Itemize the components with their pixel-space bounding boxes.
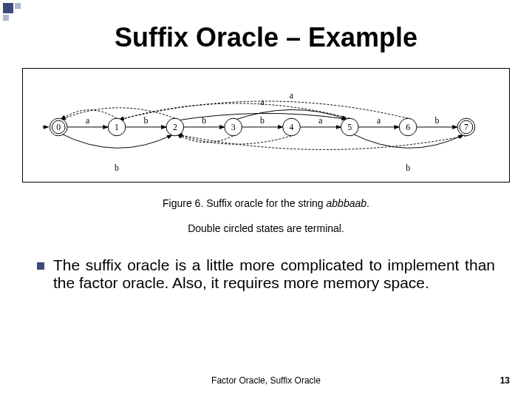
svg-text:a: a — [290, 90, 294, 100]
svg-text:5: 5 — [347, 122, 352, 132]
svg-text:b: b — [115, 163, 119, 173]
footer-text: Factor Oracle, Suffix Oracle — [0, 375, 532, 386]
svg-text:3: 3 — [231, 122, 236, 132]
oracle-diagram: abbbaabaabb01234567 — [22, 68, 510, 183]
figure-caption: Figure 6. Suffix oracle for the string a… — [0, 197, 532, 209]
bullet-icon — [37, 262, 44, 270]
page-number: 13 — [500, 375, 510, 386]
svg-text:6: 6 — [406, 122, 410, 132]
svg-text:4: 4 — [290, 122, 294, 132]
svg-text:a: a — [377, 115, 381, 126]
slide-title: Suffix Oracle – Example — [0, 22, 532, 53]
svg-text:b: b — [435, 115, 440, 126]
svg-text:b: b — [260, 115, 265, 126]
terminal-note: Double circled states are terminal. — [0, 222, 532, 234]
svg-text:2: 2 — [173, 122, 177, 132]
svg-text:b: b — [143, 115, 148, 126]
svg-text:b: b — [406, 163, 410, 173]
svg-text:0: 0 — [56, 122, 61, 132]
svg-text:a: a — [318, 115, 323, 126]
svg-text:7: 7 — [464, 122, 468, 132]
body-paragraph: The suffix oracle is a little more compl… — [37, 256, 495, 292]
svg-text:a: a — [86, 115, 90, 126]
slide-accent — [0, 0, 22, 22]
svg-text:1: 1 — [115, 122, 119, 132]
svg-text:a: a — [260, 97, 265, 107]
